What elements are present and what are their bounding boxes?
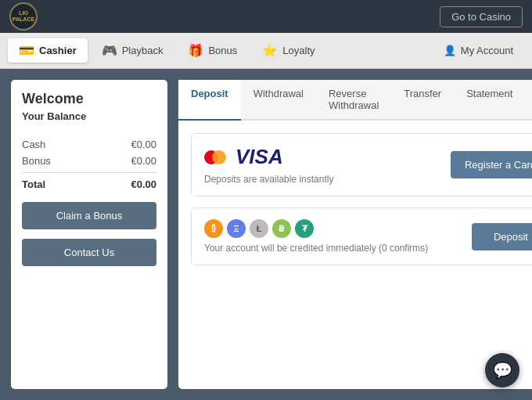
- balance-section: Cash €0.00 Bonus €0.00 Total €0.00: [22, 136, 156, 193]
- tab-deposit[interactable]: Deposit: [178, 80, 241, 121]
- crypto-icons: ₿ Ξ Ł Ƀ ₮: [204, 219, 428, 238]
- tab-statement[interactable]: Statement: [454, 80, 525, 121]
- cash-label: Cash: [22, 139, 45, 150]
- my-account-label: My Account: [461, 45, 513, 56]
- bonus-icon: 🎁: [188, 43, 203, 58]
- bitcoin-cash-icon: Ƀ: [272, 219, 291, 238]
- nav-tab-bonus-label: Bonus: [208, 45, 237, 56]
- loyalty-icon: ⭐: [262, 43, 278, 58]
- logo-text: LKI PALACE: [11, 10, 36, 22]
- visa-logo: VISA: [204, 145, 333, 169]
- welcome-title: Welcome: [22, 91, 156, 107]
- deposit-button[interactable]: Deposit: [472, 223, 532, 250]
- go-to-casino-button[interactable]: Go to Casino: [440, 6, 523, 27]
- bonus-label: Bonus: [22, 155, 51, 167]
- my-account-button[interactable]: 👤 My Account: [433, 40, 524, 61]
- sidebar: Welcome Your Balance Cash €0.00 Bonus €0…: [11, 80, 167, 389]
- tab-bar: Deposit Withdrawal Reverse Withdrawal Tr…: [178, 80, 532, 121]
- crypto-desc-text: Your account will be credited immediatel…: [204, 243, 428, 254]
- cash-value: €0.00: [131, 139, 156, 150]
- support-fab[interactable]: 💬: [485, 353, 519, 387]
- mastercard-icon: [204, 149, 229, 166]
- crypto-left: ₿ Ξ Ł Ƀ ₮ Your account will be credited …: [204, 219, 428, 254]
- tab-content: VISA Deposits are available instantly Re…: [178, 121, 532, 278]
- litecoin-icon: Ł: [250, 219, 268, 238]
- bitcoin-icon: ₿: [204, 219, 223, 238]
- nav-tab-cashier[interactable]: 💳 Cashier: [8, 38, 88, 63]
- tab-reverse-withdrawal[interactable]: Reverse Withdrawal: [316, 80, 391, 121]
- contact-us-button[interactable]: Contact Us: [22, 239, 156, 266]
- top-bar: LKI PALACE Go to Casino: [0, 0, 532, 33]
- tether-icon: ₮: [295, 219, 314, 238]
- logo[interactable]: LKI PALACE: [9, 2, 38, 31]
- secondary-nav: 💳 Cashier 🎮 Playback 🎁 Bonus ⭐ Loyalty 👤…: [0, 33, 532, 69]
- register-card-button[interactable]: Register a Card: [451, 151, 532, 178]
- mastercard-right-circle: [212, 150, 226, 164]
- total-label: Total: [22, 178, 45, 190]
- bonus-balance-row: Bonus €0.00: [22, 153, 156, 169]
- nav-tab-playback-label: Playback: [122, 45, 164, 56]
- total-balance-row: Total €0.00: [22, 176, 156, 193]
- balance-divider: [22, 172, 156, 173]
- nav-tab-loyalty-label: Loyalty: [282, 45, 315, 56]
- support-icon: 💬: [493, 361, 512, 380]
- nav-tabs: 💳 Cashier 🎮 Playback 🎁 Bonus ⭐ Loyalty: [8, 38, 326, 63]
- visa-payment-left: VISA Deposits are available instantly: [204, 145, 333, 185]
- playback-icon: 🎮: [102, 43, 117, 58]
- ethereum-icon: Ξ: [227, 219, 246, 238]
- tab-transfer[interactable]: Transfer: [391, 80, 454, 121]
- tab-withdrawal[interactable]: Withdrawal: [241, 80, 316, 121]
- cashier-icon: 💳: [19, 43, 34, 58]
- bonus-value: €0.00: [131, 155, 156, 167]
- my-account-icon: 👤: [444, 45, 456, 56]
- crypto-payment-section: ₿ Ξ Ł Ƀ ₮ Your account will be credited …: [191, 207, 532, 265]
- nav-tab-cashier-label: Cashier: [39, 45, 77, 56]
- main-content: Welcome Your Balance Cash €0.00 Bonus €0…: [0, 69, 532, 400]
- balance-title: Your Balance: [22, 110, 156, 122]
- visa-text: VISA: [235, 145, 283, 169]
- visa-payment-section: VISA Deposits are available instantly Re…: [191, 133, 532, 196]
- nav-tab-bonus[interactable]: 🎁 Bonus: [177, 38, 248, 63]
- tab-verify-id[interactable]: Verify ID: [525, 80, 532, 121]
- claim-bonus-button[interactable]: Claim a Bonus: [22, 202, 156, 229]
- nav-tab-loyalty[interactable]: ⭐ Loyalty: [251, 38, 325, 63]
- nav-tab-playback[interactable]: 🎮 Playback: [91, 38, 174, 63]
- cash-balance-row: Cash €0.00: [22, 136, 156, 153]
- total-value: €0.00: [131, 178, 156, 190]
- right-panel: Deposit Withdrawal Reverse Withdrawal Tr…: [178, 80, 532, 389]
- deposits-available-text: Deposits are available instantly: [204, 174, 333, 185]
